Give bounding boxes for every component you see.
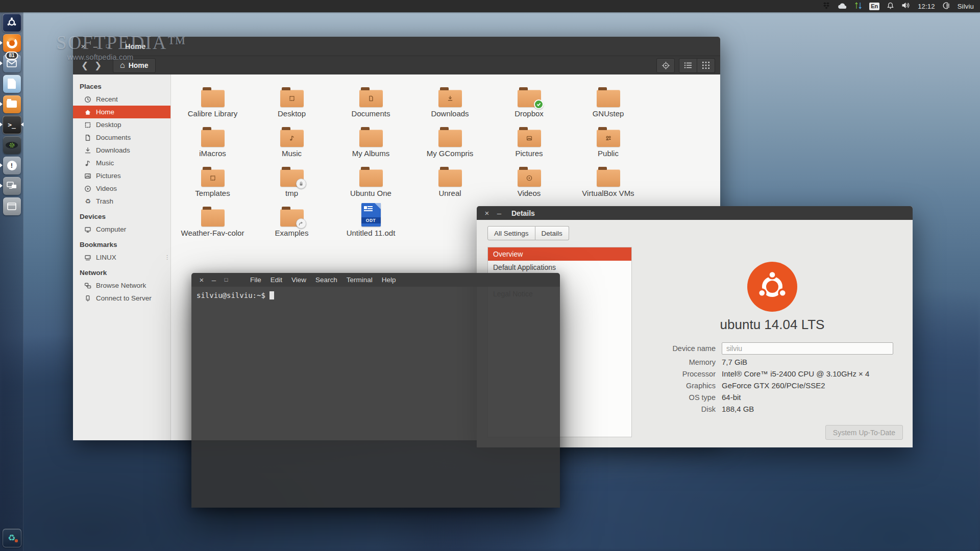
file-label: Public xyxy=(598,149,619,157)
all-settings-button[interactable]: All Settings xyxy=(487,226,535,240)
sidebar-item-trash[interactable]: ♻Trash xyxy=(73,195,170,208)
file-item-imacros[interactable]: iMacros xyxy=(173,120,252,157)
forward-button[interactable]: ❯ xyxy=(91,59,105,72)
list-view-button[interactable] xyxy=(679,58,697,73)
sidebar-section-devices: Devices xyxy=(73,210,170,223)
dock-messaging-icon[interactable]: ! xyxy=(0,155,23,176)
file-item-gnustep[interactable]: GNUstep xyxy=(569,81,648,117)
file-item-templates[interactable]: Templates xyxy=(173,160,252,197)
clock[interactable]: 12:12 xyxy=(918,3,935,10)
details-titlebar[interactable]: × – Details xyxy=(477,206,913,220)
sidebar-scrollbar[interactable]: ⋮ xyxy=(164,254,169,261)
folder-icon xyxy=(280,90,304,107)
sidebar-item-home[interactable]: Home xyxy=(73,106,170,118)
menu-view[interactable]: View xyxy=(287,276,311,284)
file-item-downloads[interactable]: Downloads xyxy=(410,81,489,117)
dock-window-manager-icon[interactable] xyxy=(0,196,23,216)
dock-mail-client-icon[interactable]: 81 xyxy=(0,53,23,73)
dock-displays-icon[interactable] xyxy=(0,176,23,196)
maximize-icon[interactable]: □ xyxy=(102,43,114,49)
sidebar-item-music[interactable]: Music xyxy=(73,157,170,169)
details-nav-default-applications[interactable]: Default Applications xyxy=(488,261,631,274)
file-item-unreal[interactable]: Unreal xyxy=(410,160,489,197)
cloud-sync-icon[interactable] xyxy=(838,2,847,11)
dock-terminal-icon[interactable]: >_ xyxy=(0,114,23,135)
dock-firefox-icon[interactable] xyxy=(0,33,23,53)
sidebar-item-documents[interactable]: Documents xyxy=(73,131,170,144)
dock-file-manager-icon[interactable] xyxy=(0,94,23,114)
close-icon[interactable]: × xyxy=(195,276,208,284)
file-item-tmp[interactable]: tmp xyxy=(252,160,331,197)
menu-terminal[interactable]: Terminal xyxy=(342,276,377,284)
sidebar-item-desktop[interactable]: Desktop xyxy=(73,118,170,131)
back-button[interactable]: ❮ xyxy=(78,59,91,72)
session-menu-icon[interactable] xyxy=(942,2,950,11)
minimize-icon[interactable]: – xyxy=(493,209,505,217)
top-panel: En 12:12 Silviu xyxy=(0,0,980,12)
file-item-documents[interactable]: Documents xyxy=(331,81,410,117)
location-button[interactable] xyxy=(656,58,675,73)
file-item-music[interactable]: Music xyxy=(252,120,331,157)
grid-view-button[interactable] xyxy=(697,58,715,73)
sidebar-item-browse-network[interactable]: Browse Network xyxy=(73,279,170,292)
terminal-titlebar[interactable]: × – □ FileEditViewSearchTerminalHelp xyxy=(191,273,560,287)
terminal-screen[interactable]: silviu@silviu:~$ xyxy=(191,287,560,508)
close-icon[interactable]: × xyxy=(481,209,493,217)
music-icon xyxy=(84,160,92,167)
dock-trash-icon[interactable]: ♻ xyxy=(0,528,23,548)
minimize-icon[interactable]: – xyxy=(89,42,102,50)
sidebar-item-computer[interactable]: Computer xyxy=(73,223,170,236)
folder-icon xyxy=(518,90,541,107)
sidebar-item-videos[interactable]: Videos xyxy=(73,182,170,195)
dock-libreoffice-writer-icon[interactable] xyxy=(0,73,23,94)
session-username[interactable]: Silviu xyxy=(958,3,974,10)
file-item-videos[interactable]: Videos xyxy=(489,160,569,197)
file-item-weather-fav-color[interactable]: Weather-Fav-color xyxy=(173,200,252,237)
file-item-calibre-library[interactable]: Calibre Library xyxy=(173,81,252,117)
minimize-icon[interactable]: – xyxy=(208,276,220,284)
sidebar-item-label: Trash xyxy=(96,197,113,205)
folder-icon xyxy=(438,169,462,187)
file-item-examples[interactable]: Examples xyxy=(252,200,331,237)
public-emblem-icon xyxy=(597,130,620,147)
maximize-icon[interactable]: □ xyxy=(220,277,232,283)
sidebar-item-recent[interactable]: Recent xyxy=(73,93,170,106)
file-item-my-albums[interactable]: My Albums xyxy=(331,120,410,157)
close-icon[interactable]: × xyxy=(77,42,89,50)
sidebar-item-label: Videos xyxy=(96,185,117,192)
dock-privacy-settings-icon[interactable] xyxy=(0,135,23,155)
file-item-ubuntu-one[interactable]: Ubuntu One xyxy=(331,160,410,197)
sidebar-item-linux[interactable]: LINUX xyxy=(73,251,170,264)
volume-icon[interactable] xyxy=(901,2,911,11)
notifications-bell-icon[interactable] xyxy=(887,2,894,11)
file-item-virtualbox-vms[interactable]: VirtualBox VMs xyxy=(569,160,648,197)
details-nav-overview[interactable]: Overview xyxy=(488,247,631,261)
dropbox-icon[interactable] xyxy=(822,2,830,11)
file-item-my-gcompris[interactable]: My GCompris xyxy=(410,120,489,157)
keyboard-layout-indicator[interactable]: En xyxy=(869,3,879,10)
file-item-pictures[interactable]: Pictures xyxy=(489,120,569,157)
network-traffic-icon[interactable] xyxy=(854,2,862,11)
file-item-dropbox[interactable]: Dropbox xyxy=(489,81,569,117)
sidebar-item-downloads[interactable]: Downloads xyxy=(73,144,170,157)
download-emblem-icon xyxy=(438,90,462,107)
server-icon xyxy=(84,295,92,302)
file-item-desktop[interactable]: Desktop xyxy=(252,81,331,117)
file-manager-titlebar[interactable]: × – □ Home xyxy=(73,37,720,56)
menu-file[interactable]: File xyxy=(246,276,266,284)
device-name-input[interactable] xyxy=(722,342,893,355)
details-button[interactable]: Details xyxy=(535,226,569,240)
system-update-button[interactable]: System Up-To-Date xyxy=(825,425,903,440)
menu-help[interactable]: Help xyxy=(377,276,401,284)
breadcrumb[interactable]: ⌂ Home xyxy=(113,58,156,73)
launcher-dock: 81>_! ♻ xyxy=(0,12,23,551)
menu-edit[interactable]: Edit xyxy=(266,276,287,284)
folder-icon xyxy=(201,169,225,187)
dock-ubuntu-dash-icon[interactable] xyxy=(0,12,23,33)
sidebar-item-pictures[interactable]: Pictures xyxy=(73,169,170,182)
sidebar-item-connect-to-server[interactable]: Connect to Server xyxy=(73,292,170,305)
terminal-tile: >_ xyxy=(3,115,21,134)
file-item-public[interactable]: Public xyxy=(569,120,648,157)
menu-search[interactable]: Search xyxy=(311,276,342,284)
file-item-untitled-11-odt[interactable]: ODTUntitled 11.odt xyxy=(331,200,410,237)
